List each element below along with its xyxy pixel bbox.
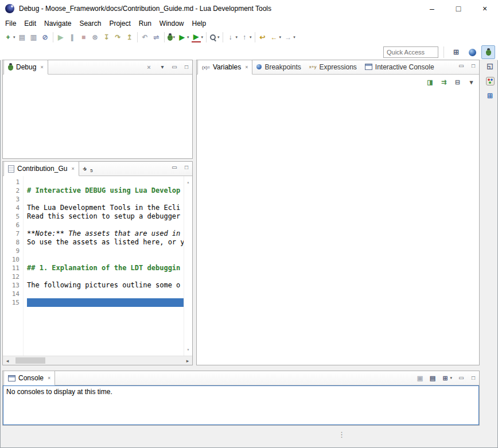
- dropdown-arrow-icon: ▾: [450, 376, 452, 380]
- editor-horizontal-scrollbar[interactable]: ◂ ▸: [3, 356, 192, 365]
- open-perspective-button[interactable]: ⊞: [449, 45, 463, 59]
- line-number: 12: [3, 272, 20, 281]
- new-console-button[interactable]: ⊞▾: [441, 373, 452, 382]
- scroll-right-icon[interactable]: ▸: [183, 358, 192, 364]
- scroll-up-icon[interactable]: ▴: [187, 178, 190, 186]
- editor-tab-overflow[interactable]: » 5: [79, 161, 97, 176]
- line-number: 10: [3, 255, 20, 264]
- tab-debug[interactable]: Debug ×: [3, 60, 48, 75]
- tab-console[interactable]: Console ×: [3, 371, 55, 385]
- skip-breakpoints-button[interactable]: ⊘: [40, 31, 51, 44]
- run-button[interactable]: ▶▾: [176, 31, 190, 44]
- step-into-button[interactable]: ↧: [101, 31, 112, 44]
- suspend-button[interactable]: ∥: [67, 31, 78, 44]
- code-line: [27, 221, 184, 229]
- code-line: The following pictures outline some o: [27, 281, 184, 290]
- code-line: [27, 247, 184, 255]
- save-button[interactable]: ▤: [17, 31, 28, 44]
- close-icon[interactable]: ×: [245, 64, 248, 70]
- menu-help[interactable]: Help: [188, 18, 211, 29]
- tab-variables[interactable]: (x)=Variables×: [197, 60, 252, 75]
- tab-breakpoints[interactable]: Breakpoints: [252, 60, 305, 74]
- step-over-button[interactable]: ↷: [112, 31, 124, 44]
- menu-run[interactable]: Run: [135, 18, 155, 29]
- debug-perspective-button[interactable]: [481, 45, 495, 59]
- variables-view-content[interactable]: ◨⇉⊟▾: [197, 75, 479, 365]
- remove-all-terminated-button[interactable]: ×: [145, 63, 153, 71]
- debug-view-icon: [8, 64, 13, 71]
- skip-breakpoints-icon: ⊘: [41, 33, 50, 42]
- menu-project[interactable]: Project: [105, 18, 134, 29]
- debug-view-content[interactable]: [3, 75, 192, 158]
- close-window-button[interactable]: ×: [472, 0, 498, 17]
- last-edit-location-button[interactable]: ↩: [257, 31, 269, 44]
- breakpoints-icon: [256, 64, 262, 69]
- search-button[interactable]: ▾: [208, 31, 221, 44]
- resume-button[interactable]: ▶: [55, 31, 67, 44]
- close-icon[interactable]: ×: [71, 166, 74, 172]
- editor-vertical-scrollbar[interactable]: ▴ ▾: [184, 176, 192, 356]
- line-number: 9: [3, 247, 20, 255]
- scrollbar-thumb[interactable]: [15, 357, 45, 364]
- drop-to-frame-button[interactable]: ↶: [139, 31, 151, 44]
- minimize-icon[interactable]: ▭: [170, 64, 178, 70]
- scroll-left-icon[interactable]: ◂: [3, 358, 12, 364]
- next-annotation-button[interactable]: ↓▾: [225, 31, 239, 44]
- lua-perspective-button[interactable]: [465, 45, 479, 59]
- menu-file[interactable]: File: [1, 18, 20, 29]
- maximize-icon[interactable]: □: [469, 375, 477, 381]
- show-logical-structure-button[interactable]: ⇉: [439, 77, 448, 86]
- tab-expressions[interactable]: x+yExpressions: [305, 60, 361, 74]
- menu-window[interactable]: Window: [155, 18, 188, 29]
- collapse-all-button[interactable]: ⊟: [453, 77, 462, 86]
- open-console-icon: ▣: [415, 373, 424, 382]
- palette-button[interactable]: [485, 76, 495, 86]
- maximize-icon[interactable]: □: [182, 64, 190, 70]
- scroll-down-icon[interactable]: ▾: [187, 345, 190, 354]
- scrollbar-track[interactable]: [12, 356, 183, 365]
- minimize-icon[interactable]: ▭: [170, 164, 178, 170]
- back-button[interactable]: ←▾: [269, 31, 283, 44]
- perspective-bar: ⊞: [449, 45, 495, 59]
- minimize-icon[interactable]: ▭: [457, 375, 465, 381]
- open-perspective-icon: ⊞: [452, 48, 461, 57]
- maximize-icon[interactable]: □: [469, 63, 477, 69]
- show-type-names-button[interactable]: ◨: [426, 77, 434, 86]
- editor-code[interactable]: # Interactive DEBUG using Lua Develop Th…: [24, 176, 184, 356]
- restore-view-button[interactable]: ◱: [485, 61, 495, 71]
- forward-button[interactable]: →▾: [282, 31, 297, 44]
- display-console-button[interactable]: ▤: [428, 373, 437, 382]
- external-tools-button[interactable]: ▶▾: [190, 31, 205, 44]
- maximize-icon[interactable]: □: [182, 164, 190, 170]
- menu-edit[interactable]: Edit: [20, 18, 40, 29]
- tab-contribution-guide[interactable]: Contribution_Gu ×: [3, 161, 79, 176]
- menu-search[interactable]: Search: [75, 18, 105, 29]
- debug-button[interactable]: ▾: [166, 31, 177, 44]
- sash-grip[interactable]: ⋮: [338, 430, 345, 439]
- previous-annotation-button[interactable]: ↑▾: [239, 31, 253, 44]
- minimize-window-button[interactable]: –: [419, 0, 445, 17]
- tab-interactive-console[interactable]: Interactive Console: [361, 60, 438, 74]
- terminate-button[interactable]: ■: [78, 31, 90, 44]
- close-icon[interactable]: ×: [48, 375, 50, 381]
- close-icon[interactable]: ×: [40, 64, 43, 70]
- grid-button[interactable]: ⊞: [485, 91, 495, 101]
- step-return-button[interactable]: ↥: [124, 31, 135, 44]
- disconnect-button[interactable]: ⊗: [90, 31, 101, 44]
- line-number: 3: [3, 195, 20, 204]
- minimize-icon[interactable]: ▭: [457, 63, 465, 69]
- editor-view: Contribution_Gu × » 5 ▭ □ 12345678910111…: [2, 161, 193, 365]
- menu-navigate[interactable]: Navigate: [40, 18, 75, 29]
- view-menu-button[interactable]: ▾: [467, 77, 476, 86]
- debug-view-toolbar: ×: [145, 63, 153, 71]
- code-line: # Interactive DEBUG using Lua Develop: [27, 186, 184, 195]
- code-line: [27, 298, 184, 307]
- new-wizard-button[interactable]: +▾: [2, 31, 17, 44]
- save-all-button[interactable]: ▥: [28, 31, 40, 44]
- maximize-window-button[interactable]: □: [445, 0, 472, 17]
- step-filters-button[interactable]: ⇌: [151, 31, 162, 44]
- view-menu-icon[interactable]: ▾: [158, 64, 166, 70]
- console-content[interactable]: No consoles to display at this time.: [3, 385, 479, 425]
- quick-access-input[interactable]: Quick Access: [383, 46, 438, 58]
- open-console-button[interactable]: ▣: [415, 373, 424, 382]
